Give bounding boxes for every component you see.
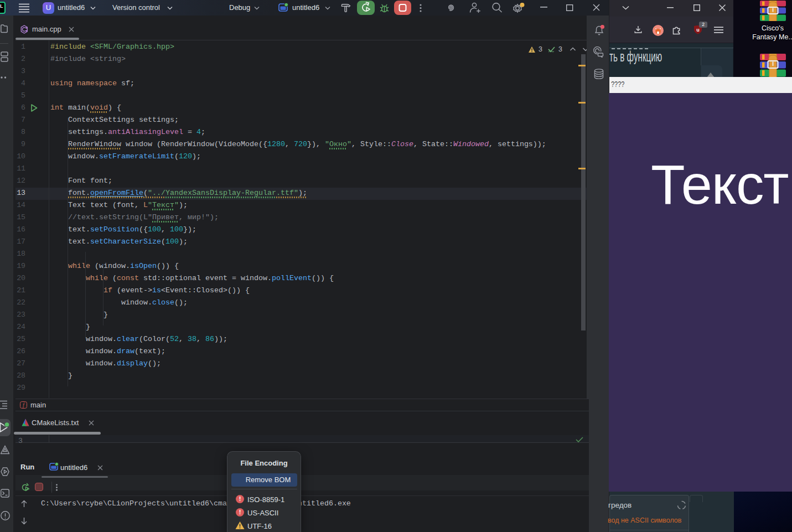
svg-text:u: u bbox=[696, 27, 700, 33]
